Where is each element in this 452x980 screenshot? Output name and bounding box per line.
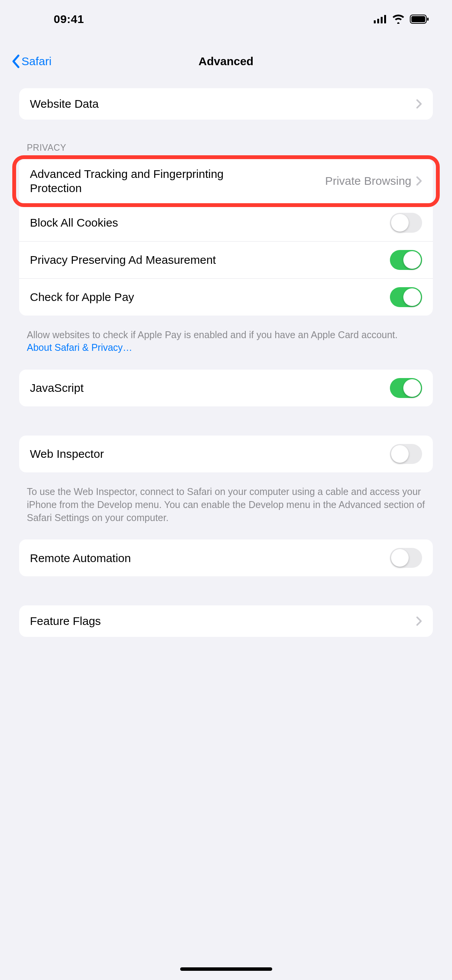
chevron-left-icon (12, 54, 20, 68)
status-icons (374, 15, 429, 24)
nav-bar: Safari Advanced (0, 46, 452, 77)
row-remote-automation: Remote Automation (19, 539, 433, 576)
row-block-cookies: Block All Cookies (19, 204, 433, 241)
back-label: Safari (21, 55, 51, 68)
group-privacy: Advanced Tracking and Fingerprinting Pro… (19, 158, 433, 316)
toggle-remote-automation[interactable] (390, 548, 422, 568)
group-remote-automation: Remote Automation (19, 539, 433, 576)
footer-web-inspector: To use the Web Inspector, connect to Saf… (0, 480, 452, 539)
svg-rect-0 (374, 20, 376, 23)
group-website-data: Website Data (19, 88, 433, 120)
svg-rect-3 (384, 15, 386, 23)
toggle-apple-pay[interactable] (390, 287, 422, 307)
wifi-icon (392, 15, 404, 24)
row-website-data[interactable]: Website Data (19, 88, 433, 120)
group-javascript: JavaScript (19, 370, 433, 406)
cellular-icon (374, 15, 387, 23)
footer-privacy: Allow websites to check if Apple Pay is … (0, 323, 452, 370)
label-block-cookies: Block All Cookies (30, 215, 118, 230)
battery-icon (410, 15, 429, 24)
tracking-value-text: Private Browsing (325, 174, 411, 187)
back-button[interactable]: Safari (12, 54, 51, 68)
label-feature-flags: Feature Flags (30, 614, 101, 628)
chevron-right-icon (416, 99, 422, 109)
svg-rect-1 (377, 19, 379, 23)
section-header-privacy: Privacy (0, 127, 452, 158)
nav-title: Advanced (199, 55, 253, 68)
chevron-right-icon (416, 176, 422, 186)
row-javascript: JavaScript (19, 370, 433, 406)
status-time: 09:41 (54, 13, 84, 26)
home-indicator (180, 967, 272, 971)
chevron-feature-flags (416, 616, 422, 626)
svg-rect-2 (381, 17, 383, 23)
status-bar: 09:41 (0, 0, 452, 38)
row-ad-measurement: Privacy Preserving Ad Measurement (19, 241, 433, 278)
group-feature-flags: Feature Flags (19, 605, 433, 637)
svg-rect-5 (411, 16, 425, 22)
label-apple-pay: Check for Apple Pay (30, 290, 134, 304)
row-web-inspector: Web Inspector (19, 436, 433, 472)
footer-privacy-text: Allow websites to check if Apple Pay is … (27, 329, 398, 340)
svg-rect-6 (427, 18, 429, 21)
row-tracking-protection[interactable]: Advanced Tracking and Fingerprinting Pro… (19, 158, 433, 204)
label-javascript: JavaScript (30, 381, 84, 395)
row-feature-flags[interactable]: Feature Flags (19, 605, 433, 637)
value-tracking-protection: Private Browsing (325, 174, 422, 187)
label-remote-automation: Remote Automation (30, 551, 131, 566)
label-web-inspector: Web Inspector (30, 447, 104, 461)
toggle-web-inspector[interactable] (390, 444, 422, 464)
label-website-data: Website Data (30, 97, 99, 111)
toggle-javascript[interactable] (390, 378, 422, 398)
toggle-block-cookies[interactable] (390, 213, 422, 233)
label-ad-measurement: Privacy Preserving Ad Measurement (30, 253, 216, 267)
label-tracking-protection: Advanced Tracking and Fingerprinting Pro… (30, 167, 245, 196)
toggle-ad-measurement[interactable] (390, 250, 422, 270)
about-safari-privacy-link[interactable]: About Safari & Privacy… (27, 342, 132, 353)
row-apple-pay: Check for Apple Pay (19, 278, 433, 316)
chevron-right-icon (416, 616, 422, 626)
group-web-inspector: Web Inspector (19, 436, 433, 472)
chevron-website-data (416, 99, 422, 109)
